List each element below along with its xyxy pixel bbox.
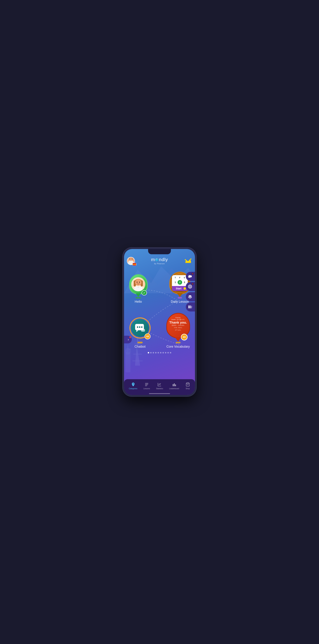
statistics-label: Statistics (156, 388, 163, 390)
main-vocab-word: Thank you. (169, 320, 187, 324)
svg-point-34 (135, 279, 142, 286)
svg-point-39 (137, 326, 138, 328)
lesson-nodes-row-1: ✓ Hello T F S (127, 270, 192, 304)
hello-label: Hello (134, 300, 142, 304)
nav-leaderboard[interactable]: Leaderboard (168, 381, 180, 390)
home-indicator (149, 393, 170, 394)
svg-point-35 (137, 282, 138, 283)
day-1: 1 (173, 280, 178, 284)
svg-rect-42 (141, 329, 145, 332)
phone-screen: m🌐ndly by Pearson (124, 249, 195, 395)
hello-pin-background: ✓ (129, 274, 148, 294)
shop-icon (185, 382, 190, 387)
side-toolbar (186, 272, 195, 312)
video-teacher-button[interactable] (186, 272, 195, 281)
svg-point-18 (188, 261, 189, 262)
multilang-text: Gracias. Danke. 감사합니다. Thank you. 谢谢你。Сп… (169, 317, 187, 331)
pagination-dot-6[interactable] (160, 352, 162, 354)
hello-node[interactable]: ✓ Hello (128, 273, 148, 304)
pagination-dot-10[interactable] (170, 352, 171, 354)
pagination-dot-3[interactable] (153, 352, 154, 354)
svg-point-17 (185, 259, 186, 260)
svg-rect-47 (173, 384, 174, 386)
day-2-active: 2 (178, 280, 182, 284)
pagination-dot-4[interactable] (155, 352, 156, 354)
previous-arrow-button[interactable]: › (124, 336, 132, 344)
hello-avatar (131, 277, 145, 291)
pagination-dot-8[interactable] (165, 352, 166, 354)
chatbot-label: Chatbot (134, 345, 146, 348)
day-header-f: F (179, 276, 180, 279)
day-header-s: S (184, 276, 185, 279)
lessons-nav-icon (144, 382, 149, 387)
calendar-days: 1 2 3 (172, 279, 188, 286)
tagline: by Pearson (154, 263, 165, 264)
leaderboard-label: Leaderboard (169, 388, 179, 390)
start-button[interactable]: Start (172, 286, 188, 291)
vocabulary-progress-indicator (176, 342, 180, 344)
hello-pin[interactable]: ✓ (128, 273, 148, 296)
arrow-notification-dot (129, 336, 131, 338)
pagination-dot-2[interactable] (150, 352, 152, 354)
svg-rect-46 (145, 386, 147, 386)
chatbot-pin[interactable]: 4/8 (128, 316, 152, 340)
app-logo: m🌐ndly by Pearson (151, 257, 168, 264)
nav-shop[interactable]: Shop (184, 381, 192, 390)
notification-dot-2 (192, 283, 194, 285)
lessons-nav-label: Lessons (143, 388, 150, 390)
svg-rect-48 (174, 384, 175, 386)
svg-point-15 (130, 258, 132, 260)
svg-marker-21 (191, 275, 192, 278)
nav-categories[interactable]: Categories (128, 381, 138, 390)
vocabulary-progress-badge: 4/8 (181, 334, 188, 340)
audio-button[interactable] (186, 282, 195, 291)
books-button[interactable] (186, 302, 195, 312)
svg-rect-44 (145, 384, 148, 384)
nav-statistics[interactable]: Statistics (154, 381, 164, 390)
svg-rect-45 (145, 385, 148, 385)
svg-marker-25 (190, 286, 191, 287)
chatbot-progress-indicator (138, 342, 143, 344)
statistics-icon (157, 382, 162, 387)
start-label: Start (174, 287, 184, 290)
chatbot-progress-badge: 4/8 (144, 334, 150, 339)
pagination-dots (124, 352, 195, 355)
svg-point-36 (139, 282, 140, 283)
nav-lessons[interactable]: Lessons (142, 381, 151, 390)
svg-rect-7 (126, 352, 130, 372)
categories-icon (131, 382, 136, 387)
bottom-navigation: Categories Lessons (124, 379, 195, 395)
core-vocabulary-node[interactable]: Gracias. Danke. 감사합니다. Thank you. 谢谢你。Сп… (166, 310, 190, 348)
calendar-header: T F S (172, 275, 188, 279)
phone-notch (148, 249, 171, 254)
svg-rect-11 (129, 349, 131, 350)
vocabulary-pin[interactable]: Gracias. Danke. 감사합니다. Thank you. 谢谢你。Сп… (166, 310, 190, 340)
notification-dot (192, 273, 194, 274)
svg-point-40 (139, 326, 140, 328)
core-vocabulary-label: Core Vocabulary (166, 345, 190, 348)
phone-frame: m🌐ndly by Pearson (123, 248, 196, 396)
pagination-dot-5[interactable] (158, 352, 159, 354)
svg-rect-26 (188, 306, 190, 308)
lessons-button[interactable] (186, 292, 195, 301)
pagination-dot-1[interactable] (148, 352, 149, 354)
vocabulary-text: Gracias. Danke. 감사합니다. Thank you. 谢谢你。Сп… (168, 315, 188, 333)
pagination-dot-9[interactable] (168, 352, 169, 354)
pagination-dot-7[interactable] (162, 352, 164, 354)
lesson-nodes-row-2: 4/8 Chatbot Gracias. Danke. 감사합니다. (127, 310, 192, 348)
svg-point-19 (190, 258, 192, 260)
leaderboard-icon (172, 382, 177, 387)
hello-progress-indicator (136, 297, 141, 298)
svg-point-41 (141, 326, 142, 328)
day-header-t: T (175, 276, 176, 279)
completed-checkmark: ✓ (142, 290, 147, 296)
svg-rect-6 (132, 360, 143, 361)
categories-label: Categories (129, 388, 137, 390)
coin-icon (184, 287, 186, 290)
logo-text: m🌐ndly (151, 257, 168, 262)
user-profile-area[interactable] (127, 257, 135, 265)
chatbot-node[interactable]: 4/8 Chatbot (128, 316, 152, 348)
premium-crown-button[interactable] (184, 257, 192, 265)
arrow-circle: › (124, 336, 132, 344)
language-flag (132, 263, 136, 266)
